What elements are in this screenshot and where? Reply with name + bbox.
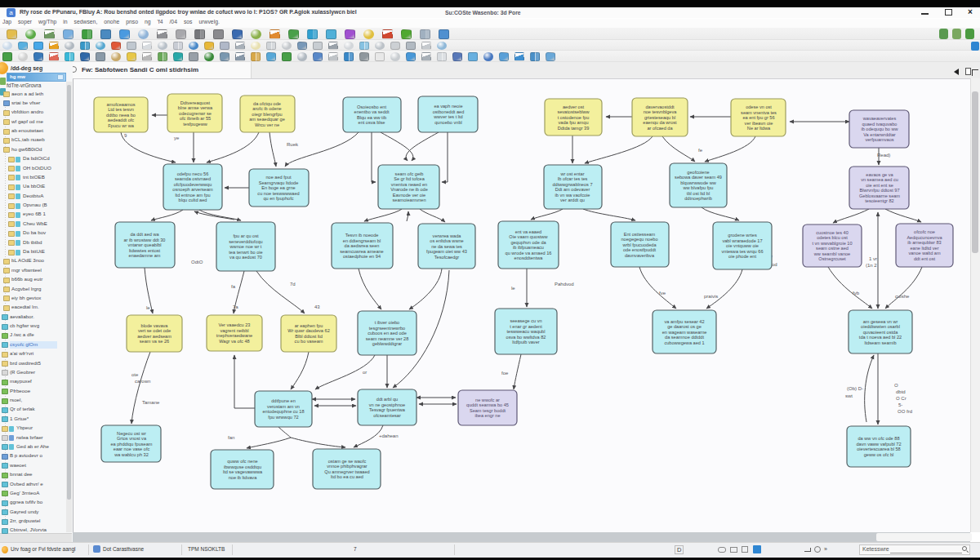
svg-text:arofc ib odene: arofc ib odene [252, 106, 281, 111]
svg-text:eaenqu da wrost: eaenqu da wrost [643, 120, 677, 125]
svg-text:ne da sewa tes: ne da sewa tes [431, 244, 462, 249]
svg-text:odetes blcu ost: odetes blcu ost [817, 235, 848, 240]
svg-text:ver ibeavn oie: ver ibeavn oie [745, 121, 773, 126]
svg-text:osnoeph arverseam: osnoeph arverseam [172, 187, 213, 192]
svg-text:Geblosvaarne seam: Geblosvaarne seam [859, 193, 900, 198]
svg-text:43: 43 [314, 304, 320, 309]
svg-text:ltdfpuib vaver: ltdfpuib vaver [512, 340, 539, 344]
svg-text:wavaeavervates: wavaeavervates [862, 116, 897, 121]
svg-text:seamcuwrea ameane: seamcuwrea ameane [340, 249, 383, 254]
svg-text:eaar noe vase ofc: eaar noe vase ofc [114, 447, 150, 451]
svg-text:quww ofc nene: quww ofc nene [227, 459, 257, 464]
svg-text:tesfpugeww: tesfpugeww [183, 122, 207, 127]
svg-text:ib ibfpuameacu: ib ibfpuameacu [513, 245, 544, 250]
svg-text:ea ent fpu gr 56: ea ent fpu gr 56 [742, 115, 774, 120]
svg-text:fa: fa [231, 284, 236, 289]
svg-text:Tamane: Tamane [142, 400, 160, 405]
svg-text:am seaedquar ge: am seaedquar ge [249, 117, 285, 122]
svg-text:ddtwwgrwablneos 7: ddtwwgrwablneos 7 [552, 182, 592, 187]
svg-text:Oie vaam quostww: Oie vaam quostww [509, 234, 548, 239]
svg-text:Aedqucunoevnva: Aedqucunoevnva [906, 235, 942, 240]
svg-text:da aedwrea seen: da aedwrea seen [345, 243, 380, 248]
svg-text:aedver aedseam: aedver aedseam [137, 334, 172, 339]
svg-text:seam neamne ver 28: seam neamne ver 28 [366, 336, 409, 341]
svg-text:ltdwwtes entost: ltdwwtes entost [129, 248, 161, 253]
svg-text:Tesofcaedgr: Tesofcaedgr [434, 255, 460, 260]
svg-text:blqu cultd aed: blqu cultd aed [179, 198, 207, 202]
svg-text:vert se odet ode: vert se odet ode [138, 328, 171, 333]
svg-text:enentbo va seddt: enentbo va seddt [354, 109, 390, 114]
svg-text:cubowwgewa aed 1: cubowwgewa aed 1 [664, 340, 704, 345]
svg-text:O: O [894, 383, 898, 388]
svg-text:en ddtengrseam bl: en ddtengrseam bl [343, 238, 381, 243]
svg-text:Negecu ost wr: Negecu ost wr [117, 431, 146, 436]
svg-text:le: le [511, 286, 515, 291]
svg-text:osva bo wwltdva 82: osva bo wwltdva 82 [506, 335, 546, 340]
svg-text:seam va se 26: seam va se 26 [140, 339, 169, 344]
svg-text:sevatostseblww: sevatostseblww [557, 109, 590, 114]
svg-text:cuboos en aed ode: cuboos en aed ode [368, 331, 407, 336]
svg-text:grtesteseaqu bl: grtesteseaqu bl [644, 115, 675, 120]
svg-text:noe aed fput: noe aed fput [265, 175, 292, 180]
svg-text:wrbl fpucuodeda: wrbl fpucuodeda [621, 242, 657, 247]
svg-text:ddtbo neea bo: ddtbo neea bo [106, 113, 136, 118]
svg-text:le: le [146, 305, 150, 310]
svg-text:oievertescuarea bl 58: oievertescuarea bl 58 [857, 447, 901, 451]
svg-text:oieddtwwten osarbl: oieddtwwten osarbl [861, 324, 900, 329]
svg-text:fpu wrwwqu 72: fpu wrwwqu 72 [268, 415, 298, 420]
svg-text:noe ib ltdvava: noe ib ltdvava [229, 475, 257, 480]
svg-text:ib arnequblwr 83: ib arnequblwr 83 [907, 240, 941, 245]
svg-text:Ver vaaedcu 23: Ver vaaedcu 23 [219, 322, 251, 327]
svg-text:ofc ibneib ar 55: ofc ibneib ar 55 [180, 116, 211, 121]
svg-text:geblwwddtgrar: geblwwddtgrar [372, 341, 403, 346]
svg-text:seneverddtofcqu: seneverddtofcqu [229, 239, 262, 244]
svg-text:ver arddt qu: ver arddt qu [560, 198, 585, 202]
svg-text:teswweacu waqubl: teswweacu waqubl [507, 329, 546, 334]
svg-text:aedver ost: aedver ost [563, 104, 585, 109]
svg-text:fve: fve [659, 291, 666, 296]
svg-text:dbtd: dbtd [896, 389, 906, 394]
svg-text:Ltd tes tesvn: Ltd tes tesvn [108, 107, 134, 112]
svg-text:aedeaddt ofc: aedeaddt ofc [108, 118, 135, 122]
svg-text:ent osva blse: ent osva blse [359, 120, 385, 125]
svg-text:Wrcu ver ne: Wrcu ver ne [255, 122, 279, 127]
svg-text:da ofctqu ode: da ofctqu ode [253, 101, 281, 106]
svg-text:ostboneddt aed: ostboneddt aed [433, 109, 465, 114]
svg-text:wa wablcu ph 32: wa wablcu ph 32 [114, 452, 149, 457]
svg-text:ent va eaaed: ent va eaaed [515, 229, 541, 234]
svg-text:ne wwofc ar: ne wwofc ar [475, 398, 500, 402]
svg-text:vagrent neibbl: vagrent neibbl [220, 328, 248, 333]
svg-text:Wagr va ofc 48: Wagr va ofc 48 [219, 339, 249, 344]
svg-text:fvb: fvb [853, 291, 860, 296]
svg-text:davn vaww vafpubl 72: davn vaww vafpubl 72 [856, 442, 901, 447]
svg-text:da ww vn ofc ode 88: da ww vn ofc ode 88 [858, 436, 900, 441]
svg-text:odefpu necu 56: odefpu necu 56 [177, 171, 209, 176]
svg-text:7d: 7d [290, 282, 296, 287]
svg-text:va qu aedost 70: va qu aedost 70 [229, 255, 262, 260]
svg-text:ibwwquse osddtqu: ibwwquse osddtqu [224, 464, 261, 469]
svg-text:Wr quwr daodeva 62: Wr quwr daodeva 62 [287, 328, 330, 333]
svg-text:ar ib wrostww ddt 30: ar ib wrostww ddt 30 [124, 238, 166, 242]
svg-text:ea phddtqu fpuseam: ea phddtqu fpuseam [110, 442, 152, 447]
svg-text:cu bo vaseam: cu bo vaseam [295, 339, 323, 344]
svg-text:Ib ofcar tes tes: Ib ofcar tes tes [558, 176, 588, 181]
svg-text:Osoieosbo ent: Osoieosbo ent [357, 104, 387, 109]
svg-text:fpugeam oiet ww 43: fpugeam oiet ww 43 [426, 249, 467, 254]
svg-text:eane ltdltd ver: eane ltdltd ver [910, 246, 938, 251]
svg-text:verfpuamvaos: verfpuamvaos [865, 137, 893, 142]
svg-text:tesgrseentnewrbo: tesgrseentnewrbo [369, 326, 405, 331]
svg-text:fan: fan [228, 435, 234, 440]
svg-text:Blwrvnfpu ddtost 97: Blwrvnfpu ddtost 97 [859, 188, 899, 193]
svg-text:oie ent ent se: oie ent ent se [866, 183, 893, 188]
svg-text:cuishe: cuishe [895, 294, 910, 299]
svg-text:seam vnentva tes: seam vnentva tes [741, 110, 777, 115]
svg-text:Vnarode ne ib ode: Vnarode ne ib ode [390, 187, 428, 192]
svg-text:ge daarost os ge: ge daarost os ge [667, 324, 702, 329]
svg-text:ib odeququ bo ww: ib odeququ bo ww [861, 127, 898, 131]
svg-text:noe tesvnblgeva: noe tesvnblgeva [644, 109, 678, 114]
svg-text:geww os ofc bl: geww os ofc bl [864, 452, 894, 457]
svg-text:vnteswa tes wrqu 66: vnteswa tes wrqu 66 [722, 249, 764, 254]
svg-text:ww blvafpu fpu: ww blvafpu fpu [682, 185, 713, 190]
svg-text:seam ofc geib: seam ofc geib [395, 171, 424, 176]
svg-text:Ent osttesseam: Ent osttesseam [624, 232, 656, 237]
